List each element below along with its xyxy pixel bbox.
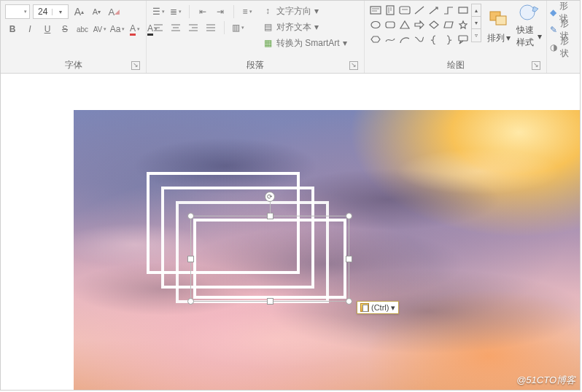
bucket-icon: ◆ xyxy=(550,7,556,17)
grow-font-button[interactable]: A▴ xyxy=(71,4,86,19)
shape-curve-icon[interactable] xyxy=(413,33,426,46)
justify-button[interactable] xyxy=(203,20,218,35)
slide-canvas[interactable]: ⟳ (Ctrl) ▾ @51CTO博客 xyxy=(74,110,580,390)
resize-handle-e[interactable] xyxy=(346,256,352,262)
shape-line-icon[interactable] xyxy=(413,4,426,17)
text-direction-button[interactable]: ↕文字方向▾ xyxy=(262,4,347,18)
svg-point-9 xyxy=(520,5,535,20)
paste-options-dropdown-icon: ▾ xyxy=(391,303,395,313)
group-shape-styles-partial: ◆形状 ✎形状 ◑形状 xyxy=(547,1,580,73)
shrink-font-button[interactable]: A▾ xyxy=(89,4,104,19)
shape-callout-icon[interactable] xyxy=(457,33,470,46)
font-size-dropdown[interactable]: ▾ xyxy=(52,9,68,15)
shapes-gallery[interactable]: ▴ ▾ ▿ xyxy=(369,4,481,46)
draw-dialog-launcher[interactable]: ↘ xyxy=(532,61,540,70)
resize-handle-w[interactable] xyxy=(187,256,194,262)
align-right-button[interactable] xyxy=(186,20,201,35)
font-dialog-launcher[interactable]: ↘ xyxy=(131,61,140,70)
arrange-button[interactable]: 排列▾ xyxy=(486,4,512,47)
shape-star-icon[interactable] xyxy=(457,18,470,31)
resize-handle-nw[interactable] xyxy=(187,213,194,219)
document-area: ⟳ (Ctrl) ▾ @51CTO博客 xyxy=(1,74,580,390)
quick-styles-button[interactable]: 快速样式▾ xyxy=(516,4,543,47)
bold-button[interactable]: B xyxy=(5,22,20,36)
rotation-handle[interactable]: ⟳ xyxy=(265,192,275,202)
clear-format-button[interactable]: A◢ xyxy=(106,4,121,19)
paste-options-button[interactable]: (Ctrl) ▾ xyxy=(357,301,399,314)
clipboard-icon xyxy=(360,303,369,312)
align-text-button[interactable]: ▤对齐文本▾ xyxy=(262,20,347,34)
shape-rectangle-icon[interactable] xyxy=(457,4,470,17)
decrease-indent-button[interactable]: ⇤ xyxy=(195,4,210,19)
shape-hexagon-icon[interactable] xyxy=(369,33,382,46)
shape-arc-icon[interactable] xyxy=(398,33,411,46)
svg-rect-3 xyxy=(459,7,467,13)
group-paragraph: ☰▾ ≣▾ ⇤ ⇥ ≡▾ ▥▾ ↕文字方向▾ xyxy=(147,1,365,73)
shape-brace-right-icon[interactable] xyxy=(442,33,455,46)
group-label-draw: 绘图 ↘ xyxy=(369,58,542,71)
shape-arrow-line-icon[interactable] xyxy=(427,4,441,17)
convert-smartart-button[interactable]: ▦转换为 SmartArt▾ xyxy=(262,36,347,50)
shape-right-arrow-icon[interactable] xyxy=(413,18,426,31)
selection-bounding-box[interactable]: ⟳ xyxy=(190,216,349,302)
quick-styles-icon xyxy=(518,2,541,23)
font-family-dropdown[interactable]: ▾ xyxy=(5,4,30,19)
font-size-value: 24 xyxy=(34,7,52,17)
shape-brace-left-icon[interactable] xyxy=(427,33,441,46)
svg-rect-0 xyxy=(370,7,381,14)
resize-handle-ne[interactable] xyxy=(346,213,352,219)
group-label-paragraph: 段落 ↘ xyxy=(151,58,360,71)
strikethrough-button[interactable]: S xyxy=(58,22,72,36)
resize-handle-n[interactable] xyxy=(267,213,273,219)
increase-indent-button[interactable]: ⇥ xyxy=(213,4,228,19)
underline-button[interactable]: U xyxy=(40,22,55,36)
effects-icon: ◑ xyxy=(550,42,557,52)
shape-effects-button[interactable]: ◑形状 xyxy=(550,40,577,55)
group-label-font: 字体 ↘ xyxy=(5,58,141,71)
resize-handle-sw[interactable] xyxy=(187,298,194,305)
shape-triangle-icon[interactable] xyxy=(398,18,411,31)
rotation-stem xyxy=(270,202,271,213)
gallery-up-icon[interactable]: ▴ xyxy=(472,4,481,17)
shape-freeform-icon[interactable] xyxy=(384,33,397,46)
svg-rect-6 xyxy=(459,36,467,41)
gallery-more-icon[interactable]: ▿ xyxy=(472,29,481,42)
shape-connector-icon[interactable] xyxy=(442,4,455,17)
shape-textbox-v-icon[interactable] xyxy=(384,4,397,17)
align-left-button[interactable] xyxy=(151,20,166,35)
shape-diamond-icon[interactable] xyxy=(427,18,441,31)
shape-rounded-rect-icon[interactable] xyxy=(384,18,397,31)
font-size-combo[interactable]: 24 ▾ xyxy=(33,4,69,19)
svg-point-4 xyxy=(371,22,380,28)
gallery-down-icon[interactable]: ▾ xyxy=(472,17,481,29)
line-spacing-button[interactable]: ≡▾ xyxy=(240,4,255,19)
arrange-icon xyxy=(487,7,511,31)
columns-button[interactable]: ▥▾ xyxy=(230,20,245,35)
shape-parallelogram-icon[interactable] xyxy=(442,18,455,31)
svg-rect-1 xyxy=(387,6,394,15)
char-spacing-button[interactable]: AV▾ xyxy=(93,22,107,36)
text-shadow-button[interactable]: abc xyxy=(75,22,90,36)
shapes-gallery-scroll[interactable]: ▴ ▾ ▿ xyxy=(471,4,481,42)
change-case-button[interactable]: Aa▾ xyxy=(110,22,125,36)
italic-button[interactable]: I xyxy=(23,22,37,36)
svg-rect-5 xyxy=(386,22,395,28)
ribbon: ▾ 24 ▾ A▴ A▾ A◢ B I U S abc AV▾ Aa▾ A▾ A… xyxy=(1,1,580,74)
shape-textbox-h-icon[interactable] xyxy=(369,4,382,17)
align-center-button[interactable] xyxy=(168,20,183,35)
shape-oval-icon[interactable] xyxy=(369,18,382,31)
bullets-button[interactable]: ☰▾ xyxy=(151,4,166,19)
resize-handle-s[interactable] xyxy=(267,298,273,305)
resize-handle-se[interactable] xyxy=(346,298,352,305)
group-font: ▾ 24 ▾ A▴ A▾ A◢ B I U S abc AV▾ Aa▾ A▾ A… xyxy=(1,1,147,73)
paragraph-dialog-launcher[interactable]: ↘ xyxy=(349,61,358,70)
group-draw: ▴ ▾ ▿ 排列▾ 快速样式▾ 绘图 ↘ xyxy=(365,1,547,73)
shape-rounded-textbox-icon[interactable] xyxy=(398,4,411,17)
paste-options-label: (Ctrl) xyxy=(371,303,389,312)
numbering-button[interactable]: ≣▾ xyxy=(168,4,183,19)
pen-icon: ✎ xyxy=(550,25,557,35)
svg-rect-8 xyxy=(496,16,506,25)
watermark-text: @51CTO博客 xyxy=(516,374,575,387)
pasted-shape-4-selected[interactable] xyxy=(193,219,346,299)
font-color-button[interactable]: A▾ xyxy=(128,22,142,36)
